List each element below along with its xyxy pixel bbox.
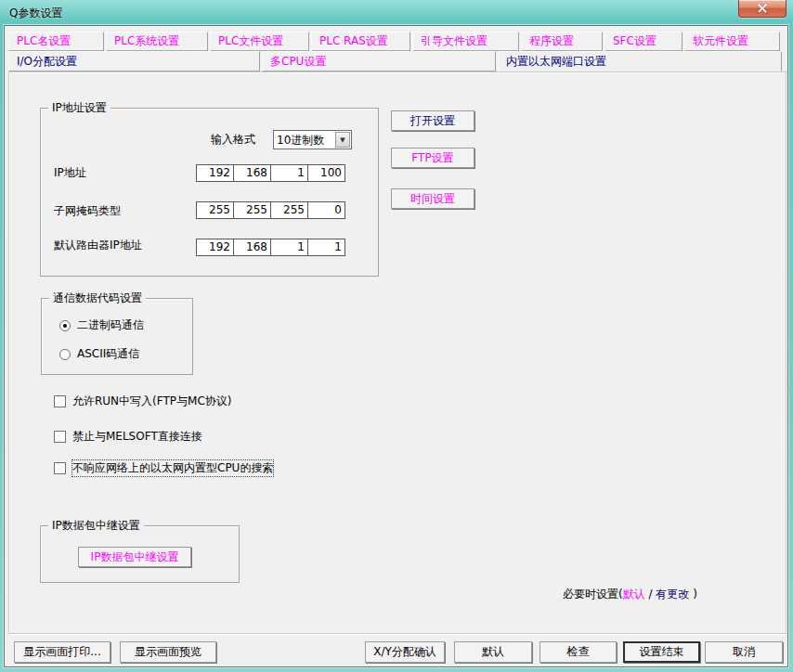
ftp-settings-button[interactable]: FTP设置 [391, 148, 474, 168]
tab-builtin-ethernet-port[interactable]: 内置以太网端口设置 [498, 51, 782, 71]
checkbox-disable-melsoft-connection[interactable]: 禁止与MELSOFT直接连接 [54, 429, 202, 445]
ip-octet-input[interactable]: 1 [270, 164, 308, 182]
radio-ascii-communication[interactable]: ASCII码通信 [59, 346, 139, 362]
chevron-down-icon[interactable]: ▼ [335, 132, 350, 148]
check-button[interactable]: 检查 [540, 641, 617, 663]
comm-group-legend: 通信数据代码设置 [49, 291, 146, 306]
dialog-client-area: PLC名设置 PLC系统设置 PLC文件设置 PLC RAS设置 引导文件设置 … [4, 25, 788, 667]
radio-label: ASCII码通信 [77, 346, 139, 362]
cancel-button[interactable]: 取消 [705, 641, 783, 663]
input-format-label: 输入格式 [211, 131, 255, 149]
input-format-select[interactable]: 10进制数 ▼ [273, 130, 352, 149]
ip-address-label: IP地址 [54, 164, 86, 182]
close-button[interactable] [738, 0, 786, 18]
subnet-mask-label: 子网掩码类型 [54, 202, 121, 220]
tab-plc-file[interactable]: PLC文件设置 [210, 32, 309, 51]
close-icon [758, 4, 767, 13]
input-format-value: 10进制数 [277, 133, 324, 149]
router-octet-input[interactable]: 168 [233, 239, 271, 256]
subnet-octet-input[interactable]: 255 [270, 201, 308, 219]
ip-octet-input[interactable]: 168 [233, 164, 271, 182]
hint-text: 必要时设置(默认 / 有更改 ) [563, 587, 697, 602]
hint-changed-word: 有更改 [656, 588, 689, 601]
tab-sfc[interactable]: SFC设置 [604, 32, 682, 51]
router-octet-input[interactable]: 1 [270, 239, 308, 256]
radio-selected-icon [59, 320, 71, 331]
preview-screen-button[interactable]: 显示画面预览 [120, 641, 216, 663]
radio-unselected-icon [59, 349, 71, 360]
relay-group-legend: IP数据包中继设置 [48, 518, 144, 534]
tab-plc-name[interactable]: PLC名设置 [8, 32, 104, 51]
hint-default-word: 默认 [623, 588, 645, 601]
subnet-mask-fields: 255 255 255 0 [196, 201, 345, 219]
ip-address-fields: 192 168 1 100 [196, 164, 345, 182]
checkbox-unchecked-icon [54, 462, 66, 474]
tab-plc-ras[interactable]: PLC RAS设置 [311, 32, 410, 51]
radio-label: 二进制码通信 [77, 317, 144, 333]
checkbox-unchecked-icon [54, 395, 66, 407]
ip-octet-input[interactable]: 192 [196, 164, 234, 182]
hint-suffix: ) [689, 588, 697, 601]
titlebar[interactable]: Q参数设置 [0, 0, 793, 25]
open-settings-button[interactable]: 打开设置 [391, 110, 474, 131]
print-screen-button[interactable]: 显示画面打印... [14, 641, 110, 663]
tab-boot-file[interactable]: 引导文件设置 [412, 32, 519, 51]
subnet-octet-input[interactable]: 0 [307, 201, 345, 219]
checkbox-allow-run-write[interactable]: 允许RUN中写入(FTP与MC协议) [54, 394, 231, 409]
default-button[interactable]: 默认 [454, 641, 532, 663]
subnet-octet-input[interactable]: 255 [196, 201, 234, 219]
checkbox-unchecked-icon [54, 431, 66, 443]
time-settings-button[interactable]: 时间设置 [391, 188, 474, 209]
checkbox-label: 允许RUN中写入(FTP与MC协议) [72, 394, 231, 409]
xy-assignment-confirm-button[interactable]: X/Y分配确认 [365, 641, 445, 663]
tab-device[interactable]: 软元件设置 [684, 32, 780, 51]
tab-program[interactable]: 程序设置 [521, 32, 603, 51]
ip-packet-relay-button[interactable]: IP数据包中继设置 [78, 547, 191, 567]
router-octet-input[interactable]: 1 [307, 239, 345, 256]
tab-plc-system[interactable]: PLC系统设置 [106, 32, 208, 51]
tab-multi-cpu[interactable]: 多CPU设置 [262, 51, 496, 71]
tab-io-assignment[interactable]: I/O分配设置 [8, 51, 260, 71]
radio-binary-communication[interactable]: 二进制码通信 [59, 317, 144, 333]
comm-code-group: 通信数据代码设置 [41, 298, 193, 375]
subnet-octet-input[interactable]: 255 [233, 201, 271, 219]
ip-group-legend: IP地址设置 [48, 100, 110, 116]
hint-slash: / [645, 588, 656, 601]
ip-octet-input[interactable]: 100 [307, 164, 345, 182]
hint-prefix: 必要时设置( [563, 588, 623, 601]
checkbox-label-focused: 不响应网络上的以太网内置型CPU的搜索 [72, 460, 273, 476]
window-title: Q参数设置 [9, 6, 62, 21]
checkbox-no-response-cpu-search[interactable]: 不响应网络上的以太网内置型CPU的搜索 [54, 460, 273, 476]
q-parameter-window: Q参数设置 PLC名设置 PLC系统设置 PLC文件设置 PLC RAS设置 引… [0, 0, 793, 672]
default-router-label: 默认路由器IP地址 [54, 237, 142, 254]
finish-setting-button[interactable]: 设置结束 [623, 641, 700, 663]
checkbox-label: 禁止与MELSOFT直接连接 [72, 429, 202, 445]
default-router-fields: 192 168 1 1 [196, 239, 345, 256]
router-octet-input[interactable]: 192 [196, 239, 234, 256]
